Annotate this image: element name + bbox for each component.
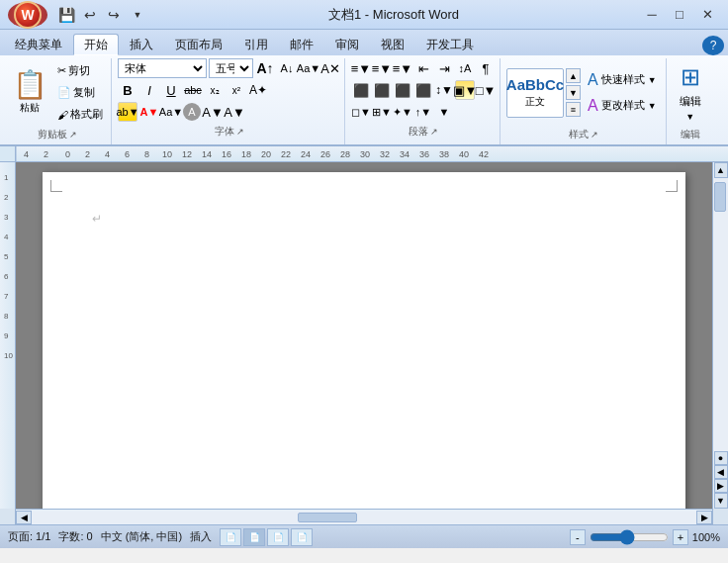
text-highlight-button[interactable]: ab▼	[118, 102, 137, 122]
view-btn-1[interactable]: 📄	[220, 528, 241, 546]
view-btn-4[interactable]: 📄	[291, 528, 313, 546]
normal-style-button[interactable]: AaBbCc 正文	[506, 68, 564, 118]
tab-layout[interactable]: 页面布局	[164, 34, 233, 55]
insert-mode[interactable]: 插入	[190, 529, 212, 544]
tab-developer[interactable]: 开发工具	[415, 34, 485, 55]
format-painter-button[interactable]: 🖌 格式刷	[53, 104, 107, 125]
zoom-in-button[interactable]: +	[673, 529, 688, 545]
sort-button[interactable]: ↕A	[455, 58, 475, 78]
cut-button[interactable]: ✂ 剪切	[53, 60, 107, 81]
underline-button[interactable]: U	[161, 80, 181, 100]
subscript-button[interactable]: x₂	[205, 80, 225, 100]
tab-review[interactable]: 审阅	[324, 34, 370, 55]
svg-text:9: 9	[4, 331, 9, 340]
view-btn-3[interactable]: 📄	[267, 528, 289, 546]
paragraph-misc5[interactable]: ▼	[434, 102, 454, 122]
scroll-next-page[interactable]: ▶	[714, 479, 728, 493]
numbering-button[interactable]: ≡▼	[372, 58, 392, 78]
close-button[interactable]: ✕	[694, 5, 720, 25]
font-color-button[interactable]: A▼	[139, 102, 159, 122]
outline-button[interactable]: ≡▼	[393, 58, 412, 78]
para-row3: ◻▼ ⊞▼ ✦▼ ↑▼ ▼	[351, 102, 496, 122]
style-scroll-down[interactable]: ▼	[566, 85, 581, 100]
view-btn-2[interactable]: 📄	[243, 528, 265, 546]
align-right-button[interactable]: ⬛	[393, 80, 412, 100]
paragraph-misc1[interactable]: ◻▼	[351, 102, 371, 122]
scroll-up-arrow[interactable]: ▲	[714, 162, 728, 178]
scroll-down-arrow[interactable]: ▼	[714, 493, 728, 509]
font-aa-button[interactable]: Aa▼	[161, 102, 181, 122]
tab-references[interactable]: 引用	[233, 34, 279, 55]
styles-expand-icon[interactable]: ↗	[591, 130, 598, 140]
change-case-button[interactable]: Aa▼	[299, 58, 318, 78]
tab-mail[interactable]: 邮件	[279, 34, 324, 55]
font-expand-icon[interactable]: ↗	[236, 127, 244, 137]
decrease-indent-button[interactable]: ⇤	[413, 58, 433, 78]
font-name-row: 宋体 五号 A↑ A↓ Aa▼ A✕	[118, 58, 340, 78]
tab-insert[interactable]: 插入	[119, 34, 164, 55]
font-name-select[interactable]: 宋体	[118, 58, 207, 78]
font-circle-button[interactable]: A	[183, 103, 201, 121]
redo-button[interactable]: ↪	[103, 5, 125, 25]
italic-button[interactable]: I	[139, 80, 159, 100]
quick-styles-button[interactable]: A 快速样式 ▼	[583, 68, 662, 92]
align-center-button[interactable]: ⬛	[372, 80, 392, 100]
save-button[interactable]: 💾	[55, 5, 77, 25]
scroll-thumb-v[interactable]	[714, 182, 726, 212]
document-cursor[interactable]: ↵	[92, 212, 636, 226]
line-spacing-button[interactable]: ↕▼	[434, 80, 454, 100]
font-effects-button[interactable]: A✦	[248, 80, 268, 100]
shade-button[interactable]: ▣▼	[455, 80, 475, 100]
paragraph-misc2[interactable]: ⊞▼	[372, 102, 392, 122]
paragraph-misc4[interactable]: ↑▼	[413, 102, 433, 122]
strikethrough-button[interactable]: abc	[183, 80, 203, 100]
font-shade-button[interactable]: A▼	[203, 102, 223, 122]
editing-group: ⊞ 编辑 ▼ 编辑	[669, 58, 712, 144]
scroll-prev-page[interactable]: ◀	[714, 465, 728, 479]
svg-text:40: 40	[459, 149, 469, 159]
justify-button[interactable]: ⬛	[413, 80, 433, 100]
help-button[interactable]: ?	[702, 36, 724, 55]
undo-button[interactable]: ↩	[79, 5, 101, 25]
editing-button[interactable]: ⊞ 编辑 ▼	[673, 58, 708, 127]
bold-button[interactable]: B	[118, 80, 137, 100]
align-left-button[interactable]: ⬛	[351, 80, 371, 100]
copy-button[interactable]: 📄 复制	[53, 82, 107, 103]
scroll-right-arrow[interactable]: ▶	[696, 511, 712, 524]
tab-view[interactable]: 视图	[370, 34, 415, 55]
font-size-select[interactable]: 五号	[209, 58, 253, 78]
border-button[interactable]: □▼	[476, 80, 496, 100]
svg-text:18: 18	[241, 149, 251, 159]
increase-indent-button[interactable]: ⇥	[434, 58, 454, 78]
document-area[interactable]: ↵	[16, 162, 712, 509]
font-size-increase-button[interactable]: A↑	[255, 58, 275, 78]
scroll-left-arrow[interactable]: ◀	[16, 511, 32, 524]
svg-text:1: 1	[4, 173, 9, 182]
paragraph-misc3[interactable]: ✦▼	[393, 102, 412, 122]
minimize-button[interactable]: ─	[639, 5, 665, 25]
font-size-decrease-button[interactable]: A↓	[277, 58, 297, 78]
style-scroll-more[interactable]: ≡	[566, 102, 581, 117]
paragraph-expand-icon[interactable]: ↗	[430, 127, 438, 137]
zoom-slider[interactable]	[590, 531, 669, 543]
bullets-button[interactable]: ≡▼	[351, 58, 371, 78]
scroll-select-browse-object[interactable]: ●	[714, 451, 728, 465]
tab-home[interactable]: 开始	[73, 34, 119, 55]
vruler-svg: 1 2 3 4 5 6 7 8 9 10	[0, 162, 16, 509]
svg-text:6: 6	[4, 272, 9, 281]
zoom-out-button[interactable]: -	[570, 529, 586, 545]
quick-access-dropdown[interactable]: ▼	[127, 5, 148, 25]
clipboard-expand-icon[interactable]: ↗	[69, 130, 77, 140]
svg-text:4: 4	[105, 149, 110, 159]
superscript-button[interactable]: x²	[227, 80, 246, 100]
style-scroll-up[interactable]: ▲	[566, 68, 581, 83]
office-button[interactable]: W	[8, 2, 47, 28]
maximize-button[interactable]: □	[667, 5, 692, 25]
scroll-thumb-h[interactable]	[298, 513, 357, 522]
tab-classic[interactable]: 经典菜单	[4, 34, 73, 55]
clear-format-button[interactable]: A✕	[320, 58, 340, 78]
paste-button[interactable]: 📋 粘贴	[8, 65, 51, 121]
show-hide-button[interactable]: ¶	[476, 58, 496, 78]
change-styles-button[interactable]: A 更改样式 ▼	[583, 94, 662, 118]
font-aa2-button[interactable]: A▼	[225, 102, 244, 122]
